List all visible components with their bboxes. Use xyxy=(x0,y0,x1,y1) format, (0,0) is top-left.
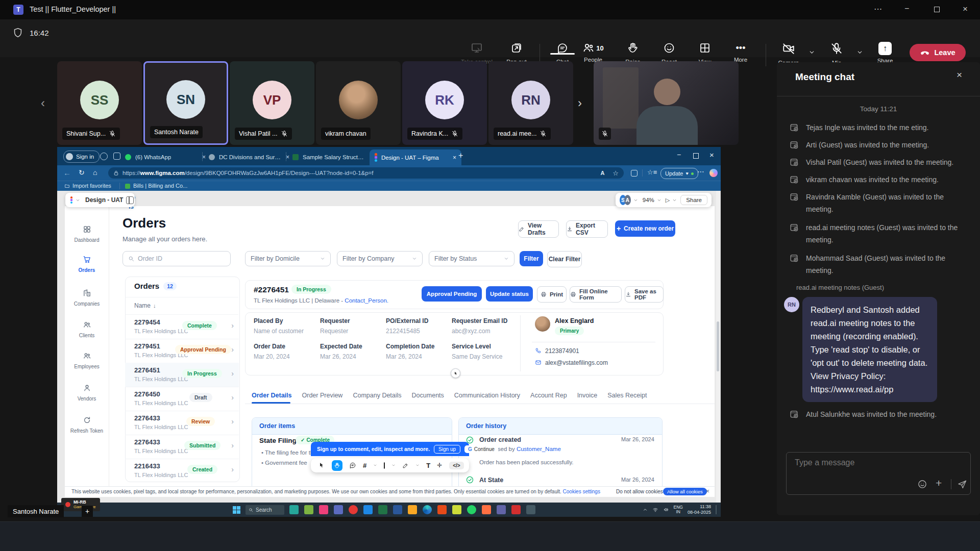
contact-email[interactable]: alex@vstatefilings.com xyxy=(545,359,608,366)
cookie-settings-link[interactable]: Cookies settings xyxy=(563,489,600,494)
extension-icon[interactable] xyxy=(631,170,638,177)
tab-documents[interactable]: Documents xyxy=(412,392,444,399)
chat-close-icon[interactable]: × xyxy=(957,69,962,81)
attach-plus-icon[interactable]: + xyxy=(936,477,942,489)
meeting-shield-icon[interactable] xyxy=(12,27,23,38)
name-column-header[interactable]: Name ↓ xyxy=(134,302,156,309)
maximize-button[interactable] xyxy=(934,7,940,12)
layout-panel-icon[interactable] xyxy=(126,196,134,204)
camera-options-chevron-icon[interactable] xyxy=(808,49,815,56)
url-field[interactable]: https://www.figma.com/design/9BKQ0FOHRWa… xyxy=(108,167,624,179)
tab-search-icon[interactable] xyxy=(100,153,108,160)
favorite-star-icon[interactable]: ☆ xyxy=(612,169,619,177)
shared-search-box[interactable]: Search xyxy=(246,505,284,515)
favorites-bar-icon[interactable]: ☆≡ xyxy=(647,168,657,176)
order-id-search[interactable]: Order ID xyxy=(122,251,231,266)
shared-taskbar-app-icon[interactable] xyxy=(452,505,461,514)
create-new-order-button[interactable]: + Create new order xyxy=(615,220,675,237)
people-button[interactable]: 10 People xyxy=(575,42,611,63)
tab-communication-history[interactable]: Communication History xyxy=(454,392,520,399)
sidebar-item-employees[interactable]: Employees xyxy=(65,352,109,369)
filter-button[interactable]: Filter xyxy=(520,251,543,266)
google-continue-button[interactable]: G Continue xyxy=(464,445,498,453)
tab-order-details[interactable]: Order Details xyxy=(252,392,292,399)
shared-taskbar-app-icon[interactable] xyxy=(393,505,402,514)
sidebar-item-vendors[interactable]: Vendors xyxy=(65,384,109,402)
new-tab-icon[interactable]: + xyxy=(458,151,463,160)
participant-tile[interactable]: RK Ravindra K... xyxy=(402,61,487,145)
copilot-icon[interactable] xyxy=(709,169,718,177)
text-tool-icon[interactable]: T xyxy=(426,462,430,469)
update-status-button[interactable]: Update status xyxy=(486,286,533,302)
present-chevron-icon[interactable] xyxy=(672,198,677,203)
order-list-row[interactable]: 2276433TL Flex Holdings LLC Review› xyxy=(125,411,239,435)
cookie-close-icon[interactable]: × xyxy=(706,488,709,495)
filter-company-select[interactable]: Filter by Company xyxy=(337,251,423,266)
zoom-chevron-icon[interactable] xyxy=(657,198,662,203)
minimize-button[interactable]: − xyxy=(904,4,909,13)
order-list-row[interactable]: 2276450TL Flex Holdings LLC Draft› xyxy=(125,387,239,411)
sidebar-item-orders[interactable]: Orders xyxy=(65,255,109,273)
browser-menu-icon[interactable]: ⋯ xyxy=(697,167,704,176)
order-list-row[interactable]: 2216433TL Flex Holdings LLC Created› xyxy=(125,459,239,483)
game-score-widget[interactable]: MI-RB Game score xyxy=(61,498,100,511)
shared-tray-wifi-icon[interactable] xyxy=(652,507,658,513)
mic-options-chevron-icon[interactable] xyxy=(856,49,863,56)
filter-domicile-select[interactable]: Filter by Domicile xyxy=(245,251,331,266)
shared-taskbar-app-icon[interactable] xyxy=(289,505,299,514)
tool-chevron-icon[interactable] xyxy=(415,463,420,467)
browser-maximize-icon[interactable] xyxy=(693,153,699,159)
shared-taskbar-app-icon[interactable] xyxy=(437,505,447,514)
shared-tray-language[interactable]: ENGIN xyxy=(674,505,683,514)
browser-minimize-icon[interactable]: − xyxy=(677,151,681,159)
import-favorites-link[interactable]: Import favorites xyxy=(72,183,111,189)
sidebar-item-refresh-token[interactable]: Refresh Token xyxy=(65,416,109,434)
update-button[interactable]: Update ♥ xyxy=(660,168,698,179)
actions-tool-icon[interactable]: ✛ xyxy=(437,462,443,469)
scrollbar-thumb[interactable] xyxy=(717,321,719,371)
browser-close-icon[interactable]: × xyxy=(709,151,714,159)
order-list-row[interactable]: 2279451TL Flex Holdings LLC Approval Pen… xyxy=(125,339,239,363)
tab-account-rep[interactable]: Account Rep xyxy=(530,392,567,399)
collaborator-avatar[interactable]: A xyxy=(624,195,631,205)
contact-person-link[interactable]: Contact_Person. xyxy=(345,297,388,304)
emoji-icon[interactable] xyxy=(917,479,927,489)
contact-phone[interactable]: 2123874901 xyxy=(545,347,579,355)
tab-close-icon[interactable]: × xyxy=(453,154,456,161)
sidebar-item-dashboard[interactable]: Dashboard xyxy=(65,225,109,243)
workspaces-icon[interactable] xyxy=(113,153,120,160)
shared-taskbar-app-icon[interactable] xyxy=(497,505,506,514)
view-drafts-button[interactable]: View Drafts xyxy=(518,220,559,238)
print-button[interactable]: Print xyxy=(537,286,567,303)
shared-tray-chevron-icon[interactable] xyxy=(643,507,648,512)
send-icon[interactable] xyxy=(957,479,967,489)
presenter-pin-button[interactable]: + xyxy=(82,506,93,517)
shared-taskbar-app-icon[interactable] xyxy=(304,505,313,514)
browser-tab[interactable]: (6) WhatsApp × xyxy=(120,149,211,165)
tab-order-preview[interactable]: Order Preview xyxy=(302,392,343,399)
move-tool-icon[interactable] xyxy=(318,462,325,469)
bookmark-link[interactable]: Bills | Billing and Co... xyxy=(133,183,187,189)
figma-logo-icon[interactable] xyxy=(70,196,72,204)
leave-button[interactable]: Leave xyxy=(910,44,966,61)
participant-tile[interactable]: RN read.ai mee... xyxy=(488,61,573,145)
tool-chevron-icon[interactable] xyxy=(391,463,396,467)
clear-filter-button[interactable]: Clear Filter xyxy=(547,251,582,267)
browser-tab[interactable]: DC Divisions and Surroundings × xyxy=(204,149,295,165)
filter-status-select[interactable]: Filter by Status xyxy=(429,251,514,266)
shape-tool-icon[interactable] xyxy=(384,462,385,469)
tab-sales-receipt[interactable]: Sales Receipt xyxy=(607,392,647,399)
shared-start-icon[interactable] xyxy=(233,506,240,514)
shared-taskbar-app-icon[interactable] xyxy=(467,505,476,514)
close-button[interactable]: × xyxy=(963,4,968,14)
shared-taskbar-app-icon[interactable] xyxy=(378,505,387,514)
shared-taskbar-app-icon[interactable] xyxy=(319,505,328,514)
shared-taskbar-app-icon[interactable] xyxy=(423,505,432,514)
share-button[interactable]: ↑ Share xyxy=(870,42,900,64)
page-scrollbar[interactable] xyxy=(716,191,720,503)
shared-taskbar-app-icon[interactable] xyxy=(334,505,343,514)
chat-input-box[interactable]: + xyxy=(786,452,971,495)
browser-tab[interactable]: Sample Salary Structure with calc × xyxy=(287,149,378,165)
signup-button[interactable]: Sign up xyxy=(434,445,460,454)
tab-company-details[interactable]: Company Details xyxy=(353,392,401,399)
